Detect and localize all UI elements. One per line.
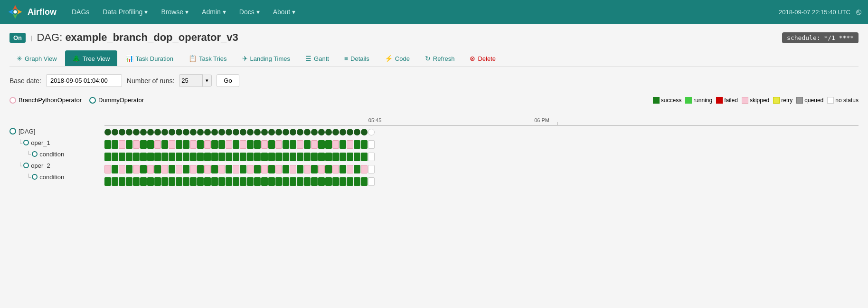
task-cell[interactable]	[169, 153, 175, 161]
task-cell[interactable]	[261, 165, 268, 173]
task-cell[interactable]	[190, 165, 197, 173]
task-cell[interactable]	[226, 177, 232, 186]
task-cell[interactable]	[204, 153, 211, 161]
dag-dot[interactable]	[204, 129, 211, 135]
task-cell[interactable]	[254, 153, 261, 161]
task-cell[interactable]	[133, 140, 140, 149]
task-cell[interactable]	[197, 177, 204, 186]
logout-icon[interactable]: ⎋	[856, 7, 861, 17]
task-cell[interactable]	[183, 140, 189, 149]
task-cell[interactable]	[290, 177, 296, 186]
task-cell[interactable]	[297, 165, 303, 173]
dag-dot[interactable]	[169, 129, 175, 135]
dag-dot[interactable]	[275, 129, 282, 135]
num-runs-select[interactable]: 25 10 50	[179, 74, 203, 87]
task-cell[interactable]	[261, 153, 268, 161]
task-cell[interactable]	[204, 165, 211, 173]
task-cell[interactable]	[147, 165, 154, 173]
dag-dot[interactable]	[318, 129, 325, 135]
dag-dot[interactable]	[183, 129, 189, 135]
task-cell[interactable]	[275, 165, 282, 173]
task-cell[interactable]	[268, 153, 275, 161]
task-cell[interactable]	[247, 165, 254, 173]
tab-task-tries[interactable]: 📋 Task Tries	[181, 50, 234, 66]
task-cell[interactable]	[183, 177, 189, 186]
select-arrow-icon[interactable]: ▾	[203, 75, 212, 87]
task-cell[interactable]	[354, 153, 360, 161]
task-cell[interactable]	[268, 140, 275, 149]
dag-dot[interactable]	[304, 129, 311, 135]
go-button[interactable]: Go	[217, 74, 239, 87]
dag-dot-empty[interactable]	[368, 129, 375, 135]
task-cell[interactable]	[147, 153, 154, 161]
task-cell[interactable]	[340, 177, 346, 186]
task-cell[interactable]	[254, 140, 261, 149]
dag-dot[interactable]	[133, 129, 140, 135]
task-cell[interactable]	[340, 165, 346, 173]
task-cell[interactable]	[197, 140, 204, 149]
task-cell[interactable]	[332, 177, 339, 186]
tab-refresh[interactable]: ↻ Refresh	[418, 50, 462, 66]
nav-item-admin[interactable]: Admin ▾	[196, 4, 232, 19]
task-cell[interactable]	[361, 153, 368, 161]
task-cell[interactable]	[332, 165, 339, 173]
task-cell[interactable]	[311, 177, 318, 186]
task-cell[interactable]	[140, 165, 147, 173]
dag-dot[interactable]	[340, 129, 346, 135]
task-cell[interactable]	[240, 140, 246, 149]
task-cell[interactable]	[361, 165, 368, 173]
task-cell[interactable]	[176, 153, 182, 161]
task-cell[interactable]	[112, 165, 118, 173]
dag-dot[interactable]	[290, 129, 296, 135]
nav-item-about[interactable]: About ▾	[267, 4, 302, 19]
task-cell[interactable]	[261, 140, 268, 149]
task-cell[interactable]	[176, 177, 182, 186]
task-cell[interactable]	[154, 140, 161, 149]
task-cell[interactable]	[311, 140, 318, 149]
task-cell[interactable]	[290, 140, 296, 149]
task-cell[interactable]	[283, 165, 289, 173]
task-cell[interactable]	[240, 153, 246, 161]
nav-item-dags[interactable]: DAGs	[66, 4, 95, 19]
task-cell[interactable]	[133, 153, 140, 161]
task-cell[interactable]	[104, 140, 111, 149]
task-cell[interactable]	[325, 140, 332, 149]
task-cell[interactable]	[104, 177, 111, 186]
task-cell[interactable]	[240, 165, 246, 173]
task-cell[interactable]	[161, 177, 168, 186]
dag-dot[interactable]	[247, 129, 254, 135]
task-cell[interactable]	[347, 153, 353, 161]
nav-item-data-profiling[interactable]: Data Profiling ▾	[97, 4, 153, 19]
task-cell[interactable]	[297, 177, 303, 186]
task-cell[interactable]	[318, 140, 325, 149]
task-cell[interactable]	[126, 140, 132, 149]
tab-graph-view[interactable]: ✳ Graph View	[9, 50, 64, 66]
task-cell[interactable]	[347, 165, 353, 173]
dag-dot[interactable]	[218, 129, 225, 135]
task-cell[interactable]	[218, 153, 225, 161]
task-cell[interactable]	[211, 153, 218, 161]
task-cell[interactable]	[340, 153, 346, 161]
task-cell[interactable]	[218, 165, 225, 173]
tree-node-oper2[interactable]: └ oper_2	[9, 160, 104, 171]
task-cell[interactable]	[304, 165, 311, 173]
dag-dot[interactable]	[261, 129, 268, 135]
dag-dot[interactable]	[176, 129, 182, 135]
task-cell[interactable]	[154, 153, 161, 161]
task-cell[interactable]	[297, 153, 303, 161]
task-cell[interactable]	[119, 177, 125, 186]
dag-dot[interactable]	[268, 129, 275, 135]
task-cell[interactable]	[247, 177, 254, 186]
task-cell[interactable]	[361, 177, 368, 186]
task-cell[interactable]	[283, 153, 289, 161]
task-cell[interactable]	[183, 153, 189, 161]
task-cell[interactable]	[197, 153, 204, 161]
task-cell[interactable]	[126, 153, 132, 161]
task-cell[interactable]	[311, 153, 318, 161]
task-cell[interactable]	[161, 165, 168, 173]
task-cell[interactable]	[211, 140, 218, 149]
task-cell[interactable]	[190, 153, 197, 161]
tree-node-condition1[interactable]: └ condition	[9, 148, 104, 160]
task-cell[interactable]	[347, 140, 353, 149]
task-cell[interactable]	[112, 177, 118, 186]
